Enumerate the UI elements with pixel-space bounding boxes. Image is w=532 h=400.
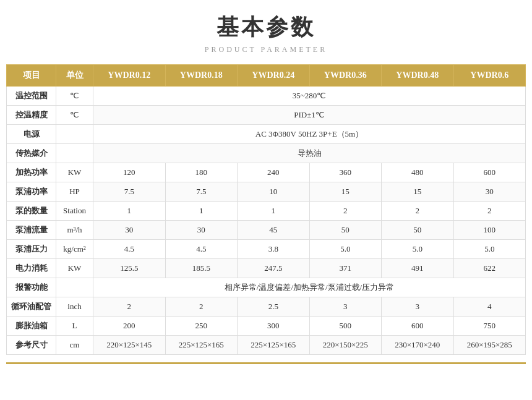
table-row: 泵浦流量m³/h3030455050100 xyxy=(7,221,526,240)
table-row: 加热功率KW120180240360480600 xyxy=(7,163,526,182)
row-cell: 30 xyxy=(165,221,238,240)
row-cell: 15 xyxy=(382,182,454,202)
row-span-value: AC 3Φ380V 50HZ 3P+E（5m） xyxy=(93,125,526,144)
row-cell: 5.0 xyxy=(453,240,526,259)
table-header-cell: YWDR0.18 xyxy=(165,65,238,87)
row-cell: 200 xyxy=(93,317,166,336)
table-row: 参考尺寸cm220×125×145225×125×165225×125×1652… xyxy=(7,336,526,355)
bottom-decorative-line xyxy=(6,362,526,364)
row-span-value: 导热油 xyxy=(93,144,526,163)
table-header-cell: YWDR0.24 xyxy=(238,65,310,87)
row-cell: 3 xyxy=(382,297,454,317)
row-span-value: 相序异常/温度偏差/加热异常/泵浦过载/压力异常 xyxy=(93,278,526,297)
row-cell: 185.5 xyxy=(165,259,238,278)
row-item-label: 膨胀油箱 xyxy=(7,317,56,336)
row-cell: 230×170×240 xyxy=(382,336,454,355)
table-row: 传热媒介导热油 xyxy=(7,144,526,163)
row-cell: 30 xyxy=(453,182,526,202)
row-unit-label: inch xyxy=(56,297,93,317)
row-cell: 125.5 xyxy=(93,259,166,278)
row-cell: 2 xyxy=(309,202,382,221)
row-span-value: 35~280℃ xyxy=(93,87,526,106)
row-cell: 4.5 xyxy=(93,240,166,259)
table-row: 泵浦压力kg/cm²4.54.53.85.05.05.0 xyxy=(7,240,526,259)
table-row: 温控范围℃35~280℃ xyxy=(7,87,526,106)
row-cell: 480 xyxy=(382,163,454,182)
row-unit-label xyxy=(56,125,93,144)
page-subtitle: PRODUCT PARAMETER xyxy=(205,45,327,54)
row-cell: 3 xyxy=(309,297,382,317)
row-unit-label: cm xyxy=(56,336,93,355)
row-cell: 45 xyxy=(238,221,310,240)
row-cell: 1 xyxy=(238,202,310,221)
table-row: 循环油配管inch222.5334 xyxy=(7,297,526,317)
row-cell: 220×150×225 xyxy=(309,336,382,355)
row-cell: 500 xyxy=(309,317,382,336)
row-cell: 371 xyxy=(309,259,382,278)
row-cell: 1 xyxy=(165,202,238,221)
table-row: 膨胀油箱L200250300500600750 xyxy=(7,317,526,336)
row-cell: 50 xyxy=(382,221,454,240)
row-cell: 225×125×165 xyxy=(238,336,310,355)
row-item-label: 循环油配管 xyxy=(7,297,56,317)
page-title: 基本参数 xyxy=(217,12,315,43)
row-unit-label: L xyxy=(56,317,93,336)
row-item-label: 温控范围 xyxy=(7,87,56,106)
table-header-cell: 单位 xyxy=(56,65,93,87)
row-cell: 622 xyxy=(453,259,526,278)
row-cell: 300 xyxy=(238,317,310,336)
params-table: 项目单位YWDR0.12YWDR0.18YWDR0.24YWDR0.36YWDR… xyxy=(6,64,526,355)
row-cell: 180 xyxy=(165,163,238,182)
row-cell: 600 xyxy=(453,163,526,182)
row-cell: 2.5 xyxy=(238,297,310,317)
row-unit-label: KW xyxy=(56,259,93,278)
row-cell: 2 xyxy=(382,202,454,221)
row-cell: 225×125×165 xyxy=(165,336,238,355)
row-unit-label: Station xyxy=(56,202,93,221)
row-cell: 360 xyxy=(309,163,382,182)
table-row: 电源AC 3Φ380V 50HZ 3P+E（5m） xyxy=(7,125,526,144)
row-cell: 120 xyxy=(93,163,166,182)
row-cell: 750 xyxy=(453,317,526,336)
row-cell: 4 xyxy=(453,297,526,317)
row-item-label: 加热功率 xyxy=(7,163,56,182)
row-cell: 15 xyxy=(309,182,382,202)
table-header-cell: YWDR0.6 xyxy=(453,65,526,87)
table-row: 报警功能相序异常/温度偏差/加热异常/泵浦过载/压力异常 xyxy=(7,278,526,297)
row-item-label: 电源 xyxy=(7,125,56,144)
table-row: 电力消耗KW125.5185.5247.5371491622 xyxy=(7,259,526,278)
row-cell: 4.5 xyxy=(165,240,238,259)
table-header-cell: YWDR0.12 xyxy=(93,65,166,87)
row-cell: 2 xyxy=(453,202,526,221)
row-item-label: 泵浦流量 xyxy=(7,221,56,240)
row-unit-label: m³/h xyxy=(56,221,93,240)
row-item-label: 控温精度 xyxy=(7,106,56,125)
table-row: 泵浦功率HP7.57.510151530 xyxy=(7,182,526,202)
table-header-cell: YWDR0.36 xyxy=(309,65,382,87)
row-cell: 2 xyxy=(93,297,166,317)
row-cell: 7.5 xyxy=(165,182,238,202)
row-cell: 5.0 xyxy=(382,240,454,259)
row-cell: 600 xyxy=(382,317,454,336)
row-cell: 50 xyxy=(309,221,382,240)
table-row: 控温精度℃PID±1℃ xyxy=(7,106,526,125)
row-cell: 5.0 xyxy=(309,240,382,259)
row-cell: 247.5 xyxy=(238,259,310,278)
row-cell: 250 xyxy=(165,317,238,336)
row-cell: 260×195×285 xyxy=(453,336,526,355)
row-cell: 7.5 xyxy=(93,182,166,202)
row-unit-label: kg/cm² xyxy=(56,240,93,259)
table-header-cell: 项目 xyxy=(7,65,56,87)
table-row: 泵的数量Station111222 xyxy=(7,202,526,221)
row-item-label: 电力消耗 xyxy=(7,259,56,278)
row-unit-label: KW xyxy=(56,163,93,182)
row-item-label: 参考尺寸 xyxy=(7,336,56,355)
row-cell: 2 xyxy=(165,297,238,317)
row-unit-label: ℃ xyxy=(56,87,93,106)
row-unit-label: ℃ xyxy=(56,106,93,125)
row-unit-label: HP xyxy=(56,182,93,202)
row-cell: 1 xyxy=(93,202,166,221)
row-cell: 30 xyxy=(93,221,166,240)
row-cell: 491 xyxy=(382,259,454,278)
row-cell: 10 xyxy=(238,182,310,202)
